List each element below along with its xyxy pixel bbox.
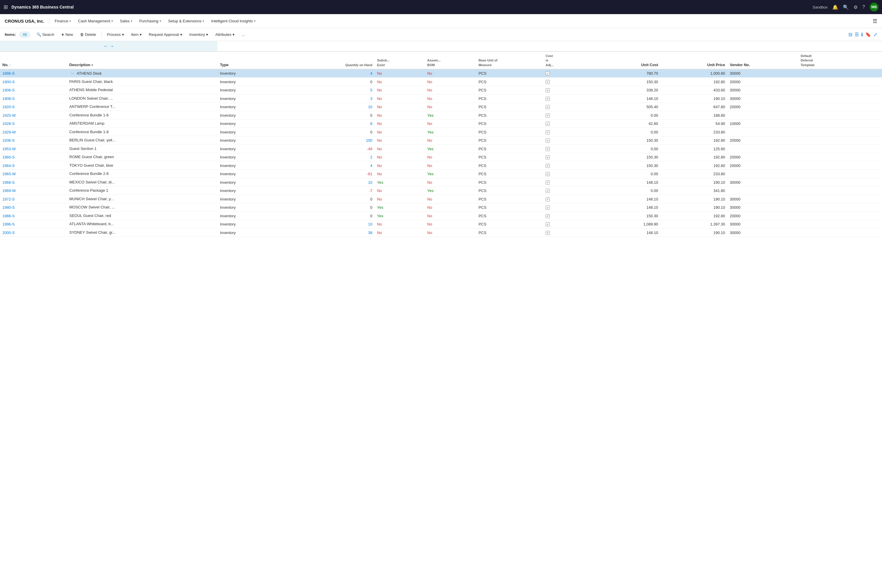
col-header-description[interactable]: Description ▾ <box>67 51 218 69</box>
more-btn-label: ... <box>242 32 245 37</box>
cell-desc: Conference Bundle 1-8 <box>67 128 218 136</box>
col-header-unitcost[interactable]: Unit Cost <box>594 51 661 69</box>
user-avatar[interactable]: MB <box>870 3 879 12</box>
table-row[interactable]: 1996-S ATLANTA Whiteboard, b... Inventor… <box>0 220 882 228</box>
col-header-unitprice[interactable]: Unit Price <box>661 51 728 69</box>
table-row[interactable]: 1980-S MOSCOW Swivel Chair, ... Inventor… <box>0 203 882 212</box>
col-header-qty[interactable]: Quantity on Hand <box>285 51 375 69</box>
filter-icon[interactable]: ⊟ <box>849 32 852 38</box>
cell-no[interactable]: 1928-S <box>0 119 67 128</box>
list-view-icon[interactable]: ☰ <box>855 32 859 38</box>
cell-no[interactable]: 1906-S <box>0 86 67 94</box>
attributes-button[interactable]: Attributes ▾ <box>212 31 237 38</box>
nav-intelligent-cloud[interactable]: Intelligent Cloud Insights ▾ <box>208 17 258 25</box>
settings-icon[interactable]: ⚙ <box>854 4 858 10</box>
cell-no[interactable]: 1936-S <box>0 136 67 145</box>
nav-finance[interactable]: Finance ▾ <box>52 17 74 25</box>
search-button[interactable]: 🔍 Search <box>33 31 57 38</box>
nav-cash-management[interactable]: Cash Management ▾ <box>75 17 116 25</box>
cell-no[interactable]: 1972-S <box>0 195 67 204</box>
expand-icon[interactable]: ⤢ <box>873 32 877 38</box>
table-row[interactable]: 1906-S ATHENS Mobile Pedestal Inventory … <box>0 86 882 94</box>
cell-no[interactable]: 1965-W <box>0 170 67 178</box>
col-header-substi[interactable]: Substi...Exist <box>375 51 425 69</box>
inventory-button[interactable]: Inventory ▾ <box>186 31 211 38</box>
table-header: ← → No. ↑ Description ▾ Type <box>0 41 882 69</box>
table-row[interactable]: 1965-W Conference Bundle 2-8 Inventory -… <box>0 170 882 178</box>
more-button[interactable]: ... <box>239 31 248 38</box>
table-row[interactable]: 1953-W Guest Section 1 Inventory -49 No … <box>0 145 882 153</box>
table-row[interactable]: 1908-S LONDON Swivel Chair, ... Inventor… <box>0 94 882 103</box>
help-icon[interactable]: ? <box>862 4 865 10</box>
resize-handle-cell[interactable]: ← → <box>0 41 218 51</box>
cell-substi: No <box>375 94 425 103</box>
cell-no[interactable]: 1908-S <box>0 94 67 103</box>
cell-unitprice: 192.80 <box>661 212 728 220</box>
cell-no[interactable]: 1929-W <box>0 128 67 136</box>
table-row[interactable]: 2000-S SYDNEY Swivel Chair, gr... Invent… <box>0 228 882 237</box>
cell-no[interactable]: 1968-S <box>0 178 67 187</box>
cell-no[interactable]: 1996-S <box>0 220 67 228</box>
col-header-cost[interactable]: CostisAdj... <box>543 51 594 69</box>
col-header-assem[interactable]: Assem...BOM <box>425 51 476 69</box>
search-icon[interactable]: 🔍 <box>843 4 849 10</box>
cell-substi: No <box>375 228 425 237</box>
table-row[interactable]: 1964-S TOKYO Guest Chair, blue Inventory… <box>0 161 882 170</box>
table-row[interactable]: 1969-W Conference Package 1 Inventory -7… <box>0 186 882 195</box>
table-body: 1896-S ⋯ ATHENS Desk Inventory 4 No No P… <box>0 69 882 237</box>
info-icon[interactable]: ℹ <box>861 32 863 38</box>
cell-qty: -81 <box>285 170 375 178</box>
col-header-deferral[interactable]: DefaultDeferralTemplate <box>798 51 882 69</box>
cell-cost <box>543 78 594 86</box>
cell-no[interactable]: 1900-S <box>0 78 67 86</box>
col-header-type[interactable]: Type <box>218 51 285 69</box>
cell-no[interactable]: 1964-S <box>0 161 67 170</box>
table-row[interactable]: 1972-S MUNICH Swivel Chair, y... Invento… <box>0 195 882 204</box>
new-button[interactable]: + New <box>58 31 76 39</box>
cell-no[interactable]: 1969-W <box>0 186 67 195</box>
nav-sales[interactable]: Sales ▾ <box>117 17 135 25</box>
cell-base: PCS <box>476 153 543 161</box>
cell-no[interactable]: 1896-S <box>0 69 67 78</box>
item-button[interactable]: Item ▾ <box>128 31 145 38</box>
nav-hamburger-icon[interactable]: ☰ <box>873 18 877 24</box>
cell-no[interactable]: 1920-S <box>0 103 67 111</box>
cell-unitprice: 54.90 <box>661 119 728 128</box>
table-row[interactable]: 1960-S ROME Guest Chair, green Inventory… <box>0 153 882 161</box>
cell-no[interactable]: 1960-S <box>0 153 67 161</box>
cell-no[interactable]: 1925-W <box>0 111 67 120</box>
nav-purchasing[interactable]: Purchasing ▾ <box>136 17 164 25</box>
table-row[interactable]: 1929-W Conference Bundle 1-8 Inventory 0… <box>0 128 882 136</box>
table-row[interactable]: 1936-S BERLIN Guest Chair, yell... Inven… <box>0 136 882 145</box>
table-row[interactable]: 1988-S SEOUL Guest Chair, red Inventory … <box>0 212 882 220</box>
cell-no[interactable]: 1988-S <box>0 212 67 220</box>
table-row[interactable]: 1968-S MEXICO Swivel Chair, bl... Invent… <box>0 178 882 187</box>
cell-no[interactable]: 2000-S <box>0 228 67 237</box>
cell-type: Inventory <box>218 228 285 237</box>
row-options-icon[interactable]: ⋯ <box>69 71 75 75</box>
table-row[interactable]: 1896-S ⋯ ATHENS Desk Inventory 4 No No P… <box>0 69 882 78</box>
table-row[interactable]: 1925-W Conference Bundle 1-6 Inventory 0… <box>0 111 882 120</box>
bookmark-icon[interactable]: 🔖 <box>865 32 871 38</box>
col-header-vendor[interactable]: Vendor No. <box>728 51 798 69</box>
grid-icon[interactable]: ⊞ <box>3 4 8 10</box>
item-btn-label: Item <box>131 32 138 37</box>
request-approval-button[interactable]: Request Approval ▾ <box>146 31 185 38</box>
process-button[interactable]: Process ▾ <box>104 31 127 38</box>
filter-all-button[interactable]: All <box>20 32 30 38</box>
table-row[interactable]: 1928-S AMSTERDAM Lamp Inventory 8 No No … <box>0 119 882 128</box>
table-row[interactable]: 1920-S ANTWERP Conference T... Inventory… <box>0 103 882 111</box>
table-row[interactable]: 1900-S PARIS Guest Chair, black Inventor… <box>0 78 882 86</box>
notification-icon[interactable]: 🔔 <box>832 4 838 10</box>
cell-assem: No <box>425 86 476 94</box>
cell-no[interactable]: 1953-W <box>0 145 67 153</box>
col-header-base[interactable]: Base Unit ofMeasure <box>476 51 543 69</box>
col-header-no[interactable]: No. ↑ <box>0 51 67 69</box>
desc-text: Conference Bundle 1-8 <box>69 130 109 134</box>
cell-unitprice: 192.80 <box>661 136 728 145</box>
delete-button[interactable]: 🗑 Delete <box>77 31 99 38</box>
cell-unitcost: 0.00 <box>594 186 661 195</box>
cell-no[interactable]: 1980-S <box>0 203 67 212</box>
nav-setup-extensions[interactable]: Setup & Extensions ▾ <box>165 17 207 25</box>
cell-unitprice: 1,397.30 <box>661 220 728 228</box>
